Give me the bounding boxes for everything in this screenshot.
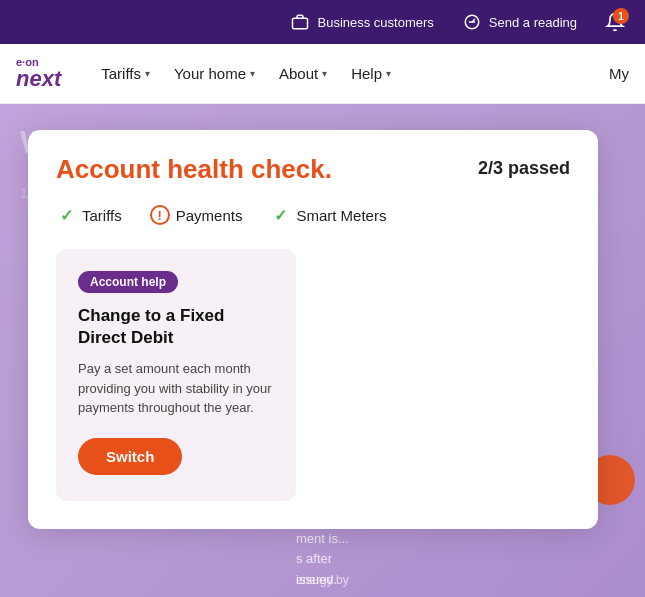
modal-header: Account health check. 2/3 passed [56, 154, 570, 185]
check-items-list: ✓ Tariffs ! Payments ✓ Smart Meters [56, 205, 570, 225]
main-nav: Tariffs ▾ Your home ▾ About ▾ Help ▾ [91, 57, 609, 90]
your-home-chevron: ▾ [250, 68, 255, 79]
energy-label: energy by [296, 573, 629, 587]
nav-bar: e·on next Tariffs ▾ Your home ▾ About ▾ … [0, 44, 645, 104]
energy-label-container: energy by [280, 567, 645, 597]
check-tariffs-label: Tariffs [82, 207, 122, 224]
tariffs-label: Tariffs [101, 65, 141, 82]
check-payments-label: Payments [176, 207, 243, 224]
check-item-payments: ! Payments [150, 205, 243, 225]
nav-about[interactable]: About ▾ [269, 57, 337, 90]
your-home-label: Your home [174, 65, 246, 82]
check-item-tariffs: ✓ Tariffs [56, 205, 122, 225]
help-chevron: ▾ [386, 68, 391, 79]
nav-help[interactable]: Help ▾ [341, 57, 401, 90]
about-chevron: ▾ [322, 68, 327, 79]
payments-warn-icon: ! [150, 205, 170, 225]
send-reading-link[interactable]: Send a reading [462, 12, 577, 32]
briefcase-icon [290, 12, 310, 32]
check-smart-meters-label: Smart Meters [296, 207, 386, 224]
smart-meters-pass-icon: ✓ [270, 205, 290, 225]
logo[interactable]: e·on next [16, 57, 61, 90]
health-check-modal: Account health check. 2/3 passed ✓ Tarif… [28, 130, 598, 529]
notification-link[interactable]: 1 [605, 12, 625, 32]
svg-rect-0 [293, 18, 308, 29]
card-description: Pay a set amount each month providing yo… [78, 359, 274, 418]
tariffs-chevron: ▾ [145, 68, 150, 79]
modal-score: 2/3 passed [478, 158, 570, 179]
card-title: Change to a Fixed Direct Debit [78, 305, 274, 349]
nav-my-account[interactable]: My [609, 65, 629, 82]
check-item-smart-meters: ✓ Smart Meters [270, 205, 386, 225]
payment-desc2: ment is... [296, 529, 629, 550]
business-customers-label: Business customers [317, 15, 433, 30]
nav-tariffs[interactable]: Tariffs ▾ [91, 57, 160, 90]
tariffs-pass-icon: ✓ [56, 205, 76, 225]
top-bar: Business customers Send a reading 1 [0, 0, 645, 44]
meter-icon [462, 12, 482, 32]
account-help-card: Account help Change to a Fixed Direct De… [56, 249, 296, 501]
modal-title: Account health check. [56, 154, 332, 185]
my-label: My [609, 65, 629, 82]
help-label: Help [351, 65, 382, 82]
notification-badge: 1 [613, 8, 629, 24]
bell-icon-wrapper: 1 [605, 12, 625, 32]
card-badge: Account help [78, 271, 178, 293]
business-customers-link[interactable]: Business customers [290, 12, 433, 32]
logo-next: next [16, 68, 61, 90]
about-label: About [279, 65, 318, 82]
switch-button[interactable]: Switch [78, 438, 182, 475]
nav-your-home[interactable]: Your home ▾ [164, 57, 265, 90]
send-reading-label: Send a reading [489, 15, 577, 30]
